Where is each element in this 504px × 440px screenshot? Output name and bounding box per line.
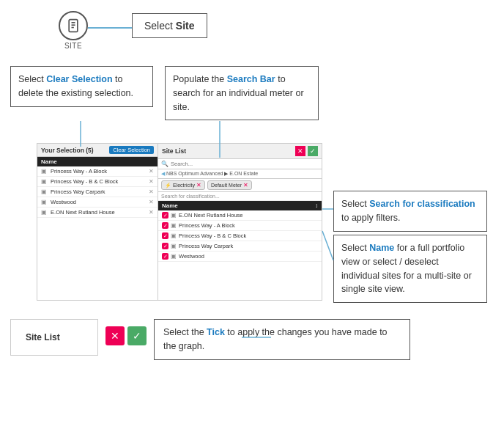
selection-row-3: ▣ Princess Way Carpark ✕ <box>37 187 158 197</box>
default-meter-chip-remove[interactable]: ✕ <box>243 182 248 188</box>
bottom-action-buttons: ✕ ✓ <box>105 326 147 345</box>
callout-name-highlight: Name <box>369 243 394 253</box>
sel-row-5-remove[interactable]: ✕ <box>149 209 154 216</box>
site-list-panel: Site List ✕ ✓ 🔍 ◀ NBS Optimum Advanced ▶… <box>158 144 322 300</box>
svg-line-7 <box>322 231 333 260</box>
site-item-3-label: Princess Way - B & C Block <box>179 232 246 239</box>
electricity-chip-label: ⚡ <box>165 183 171 188</box>
callout-name-portfolio: Select Name for a full portfolio view or… <box>333 235 487 303</box>
classification-search-row: Search for classification... <box>158 192 322 201</box>
site-item-5-checkbox[interactable]: ✓ <box>162 253 168 260</box>
site-item-4[interactable]: ✓ ▣ Princess Way Carpark <box>158 241 322 252</box>
classification-placeholder: Search for classification... <box>161 194 220 199</box>
top-area: SITE Select Site <box>22 7 256 59</box>
site-item-2[interactable]: ✓ ▣ Princess Way - A Block <box>158 221 322 231</box>
callout-clear-text-before: Select <box>18 74 46 84</box>
site-item-1-checkbox[interactable]: ✓ <box>162 212 168 219</box>
selection-panel-header: Your Selection (5) Clear Selection <box>37 144 158 157</box>
selection-row-2: ▣ Princess Way - B & C Block ✕ <box>37 177 158 187</box>
site-list-search-input[interactable] <box>171 161 319 167</box>
sel-row-1-label: Princess Way - A Block <box>51 168 107 175</box>
breadcrumb-icon: ◀ <box>161 171 165 177</box>
callout-classif-highlight: Search for classification <box>369 199 475 209</box>
select-site-bold: Site <box>176 20 195 32</box>
filter-chip-electricity[interactable]: ⚡ Electricity ✕ <box>161 180 205 190</box>
site-item-3-icon: ▣ <box>171 232 177 239</box>
site-item-2-label: Princess Way - A Block <box>179 222 235 229</box>
callout-classification: Select Search for classification to appl… <box>333 191 487 232</box>
site-list-col-header: Name ↕ <box>158 201 322 210</box>
site-item-2-icon: ▣ <box>171 222 177 229</box>
callout-clear-highlight: Clear Selection <box>46 74 112 84</box>
sel-row-5-label: E.ON Next Rutland House <box>51 209 115 216</box>
site-item-1-icon: ▣ <box>171 212 177 219</box>
default-meter-label: Default Meter <box>211 183 242 188</box>
callout-classif-text-before: Select <box>341 199 369 209</box>
bottom-confirm-button[interactable]: ✓ <box>127 326 147 345</box>
site-item-5-label: Westwood <box>179 253 204 260</box>
bottom-cancel-button[interactable]: ✕ <box>105 326 125 345</box>
breadcrumb-text: NBS Optimum Advanced ▶ E.ON Estate <box>166 171 258 177</box>
site-list-search-bar[interactable]: 🔍 <box>158 159 322 169</box>
site-item-1-label: E.ON Next Rutland House <box>179 212 243 219</box>
selection-col-header: Name <box>37 157 158 166</box>
site-list-sort-icon: ↕ <box>315 202 318 209</box>
site-list-header-buttons: ✕ ✓ <box>295 146 318 156</box>
mockup-area: Your Selection (5) Clear Selection Name … <box>37 143 322 301</box>
sel-row-2-label: Princess Way - B & C Block <box>51 178 118 185</box>
site-item-4-label: Princess Way Carpark <box>179 243 233 249</box>
site-item-3[interactable]: ✓ ▣ Princess Way - B & C Block <box>158 231 322 241</box>
bottom-area: Site List ✕ ✓ Select the Tick to apply t… <box>10 319 494 360</box>
select-site-box: Select Site <box>132 13 207 38</box>
callout-classif-text-after: to apply filters. <box>341 213 401 223</box>
site-list-panel-label: Site List <box>162 147 186 155</box>
connector-line-top <box>88 27 132 29</box>
selection-panel: Your Selection (5) Clear Selection Name … <box>37 144 158 300</box>
selection-row-5: ▣ E.ON Next Rutland House ✕ <box>37 208 158 218</box>
bottom-site-list-label: Site List <box>10 319 98 356</box>
callout-tick: Select the Tick to apply the changes you… <box>154 319 410 360</box>
site-item-4-icon: ▣ <box>171 243 177 249</box>
clear-selection-button[interactable]: Clear Selection <box>109 146 154 154</box>
electricity-label: Electricity <box>173 183 195 188</box>
select-site-text: Select <box>144 20 176 32</box>
electricity-chip-remove[interactable]: ✕ <box>196 182 201 188</box>
sel-row-4-remove[interactable]: ✕ <box>149 199 154 205</box>
callout-clear-selection: Select Clear Selection to delete the exi… <box>10 66 153 107</box>
site-item-3-checkbox[interactable]: ✓ <box>162 232 168 239</box>
selection-row-1: ▣ Princess Way - A Block ✕ <box>37 166 158 177</box>
callout-name-text-before: Select <box>341 243 369 253</box>
site-label: SITE <box>64 42 82 50</box>
callout-search-bar: Populate the Search Bar to search for an… <box>165 66 319 120</box>
site-item-1[interactable]: ✓ ▣ E.ON Next Rutland House <box>158 210 322 221</box>
filter-row: ⚡ Electricity ✕ Default Meter ✕ <box>158 179 322 192</box>
site-item-5[interactable]: ✓ ▣ Westwood <box>158 252 322 262</box>
site-item-5-icon: ▣ <box>171 253 177 260</box>
site-item-2-checkbox[interactable]: ✓ <box>162 222 168 229</box>
sel-row-1-remove[interactable]: ✕ <box>149 168 154 175</box>
sel-row-3-label: Princess Way Carpark <box>51 188 105 195</box>
selection-row-4: ▣ Westwood ✕ <box>37 197 158 208</box>
sel-row-2-remove[interactable]: ✕ <box>149 178 154 185</box>
sel-row-4-label: Westwood <box>51 199 76 205</box>
breadcrumb-row: ◀ NBS Optimum Advanced ▶ E.ON Estate <box>158 169 322 179</box>
callout-search-highlight: Search Bar <box>227 74 275 84</box>
site-icon-container: SITE <box>59 11 88 50</box>
search-icon: 🔍 <box>161 161 168 167</box>
selection-count-label: Your Selection (5) <box>41 147 94 154</box>
site-list-cancel-button[interactable]: ✕ <box>295 146 305 156</box>
site-item-4-checkbox[interactable]: ✓ <box>162 243 168 249</box>
sel-row-3-remove[interactable]: ✕ <box>149 188 154 195</box>
filter-chip-default-meter[interactable]: Default Meter ✕ <box>207 180 252 190</box>
callout-search-text-before: Populate the <box>173 74 227 84</box>
site-list-panel-header: Site List ✕ ✓ <box>158 144 322 159</box>
site-list-confirm-button[interactable]: ✓ <box>308 146 318 156</box>
callout-tick-text-before: Select the <box>163 327 207 337</box>
site-list-name-col: Name <box>162 202 178 209</box>
site-icon <box>59 11 88 40</box>
callout-tick-highlight: Tick <box>207 327 225 337</box>
